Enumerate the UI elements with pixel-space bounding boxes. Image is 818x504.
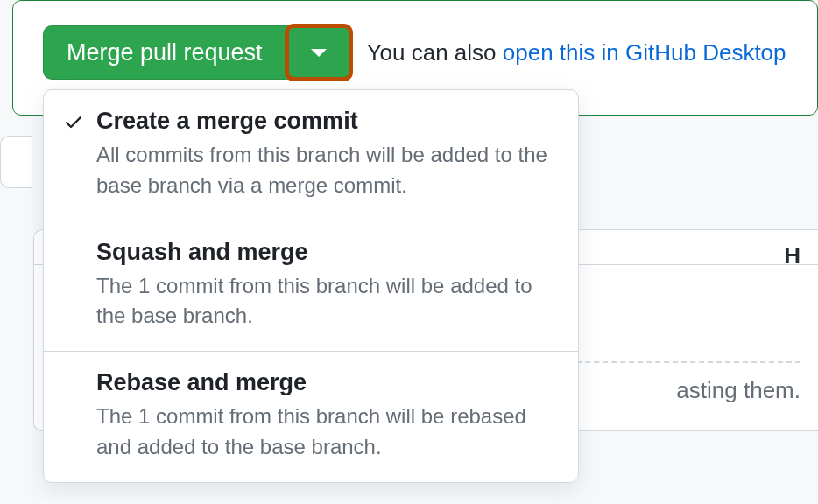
merge-hint-text: You can also open this in GitHub Desktop <box>367 39 786 66</box>
merge-option-title: Create a merge commit <box>96 108 557 135</box>
merge-option-description: The 1 commit from this branch will be ad… <box>96 271 557 332</box>
merge-option-description: All commits from this branch will be add… <box>96 140 557 201</box>
merge-option-create-merge-commit[interactable]: Create a merge commit All commits from t… <box>44 90 578 221</box>
merge-options-dropdown-button[interactable] <box>286 25 351 80</box>
merge-pull-request-button[interactable]: Merge pull request <box>43 25 286 80</box>
open-github-desktop-link[interactable]: open this in GitHub Desktop <box>503 39 786 66</box>
merge-option-description: The 1 commit from this branch will be re… <box>96 402 557 463</box>
timeline-badge-stub <box>0 136 32 188</box>
merge-option-rebase-and-merge[interactable]: Rebase and merge The 1 commit from this … <box>44 352 578 482</box>
merge-option-squash-and-merge[interactable]: Squash and merge The 1 commit from this … <box>44 221 578 353</box>
merge-button-group: Merge pull request <box>43 25 351 80</box>
caret-down-icon <box>311 49 327 57</box>
merge-option-title: Squash and merge <box>96 239 557 266</box>
check-icon <box>63 111 84 136</box>
merge-method-dropdown: Create a merge commit All commits from t… <box>43 89 579 483</box>
merge-option-title: Rebase and merge <box>96 369 557 396</box>
